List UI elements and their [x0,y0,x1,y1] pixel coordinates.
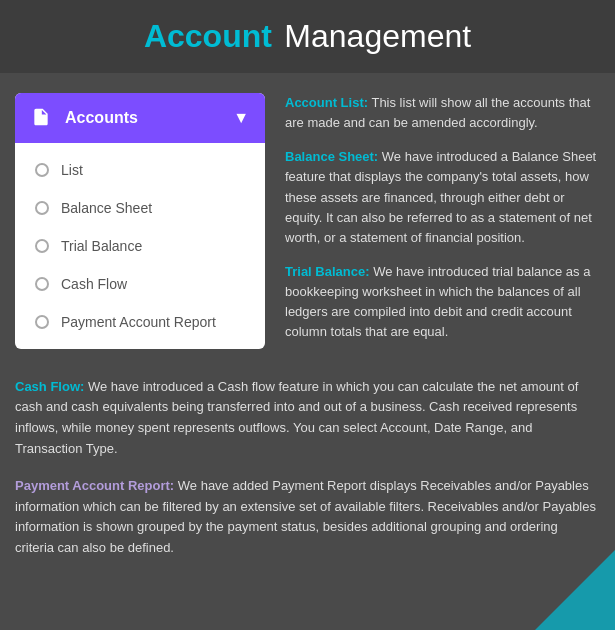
accounts-icon [31,107,53,129]
sidebar-item-list[interactable]: List [15,151,265,189]
payment-paragraph: Payment Account Report: We have added Pa… [15,476,600,559]
chevron-down-icon: ▼ [233,109,249,127]
sidebar-item-cash-flow-label: Cash Flow [61,276,127,292]
radio-cash-flow [35,277,49,291]
radio-payment [35,315,49,329]
cash-flow-paragraph: Cash Flow: We have introduced a Cash flo… [15,377,600,460]
sidebar-item-payment-account-report[interactable]: Payment Account Report [15,303,265,341]
trial-balance-label: Trial Balance: [285,264,370,279]
cash-flow-text: We have introduced a Cash flow feature i… [15,379,578,456]
radio-trial-balance [35,239,49,253]
sidebar-header[interactable]: Accounts ▼ [15,93,265,143]
sidebar-header-left: Accounts [31,107,138,129]
radio-list [35,163,49,177]
payment-label: Payment Account Report: [15,478,174,493]
cash-flow-label: Cash Flow: [15,379,84,394]
sidebar-menu: List Balance Sheet Trial Balance Cash Fl… [15,143,265,349]
bottom-section: Cash Flow: We have introduced a Cash flo… [0,377,615,595]
trial-balance-paragraph: Trial Balance: We have introduced trial … [285,262,600,343]
trial-balance-section: Trial Balance: We have introduced trial … [285,262,600,343]
sidebar-item-trial-balance[interactable]: Trial Balance [15,227,265,265]
account-list-paragraph: Account List: This list will show all th… [285,93,600,133]
sidebar-item-trial-balance-label: Trial Balance [61,238,142,254]
account-list-label: Account List: [285,95,368,110]
balance-sheet-section: Balance Sheet: We have introduced a Bala… [285,147,600,248]
sidebar-item-list-label: List [61,162,83,178]
sidebar: Accounts ▼ List Balance Sheet Trial Bala… [15,93,265,349]
header: Account Management [0,0,615,73]
sidebar-item-balance-sheet-label: Balance Sheet [61,200,152,216]
header-normal-title: Management [284,18,471,54]
decoration-triangle [535,550,615,630]
header-accent-title: Account [144,18,272,54]
main-content: Accounts ▼ List Balance Sheet Trial Bala… [0,73,615,377]
radio-balance-sheet [35,201,49,215]
sidebar-label: Accounts [65,109,138,127]
account-list-section: Account List: This list will show all th… [285,93,600,133]
right-panel: Account List: This list will show all th… [285,93,600,357]
balance-sheet-paragraph: Balance Sheet: We have introduced a Bala… [285,147,600,248]
sidebar-item-balance-sheet[interactable]: Balance Sheet [15,189,265,227]
sidebar-item-payment-label: Payment Account Report [61,314,216,330]
balance-sheet-label: Balance Sheet: [285,149,378,164]
sidebar-item-cash-flow[interactable]: Cash Flow [15,265,265,303]
